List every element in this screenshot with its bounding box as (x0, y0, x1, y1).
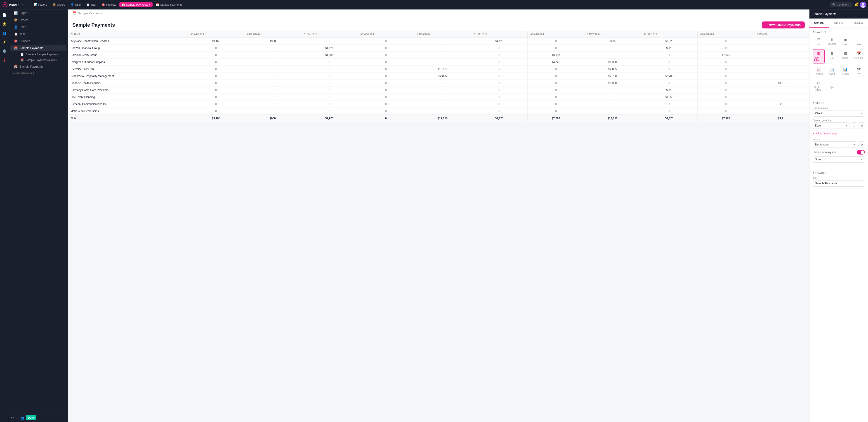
cell-8-6[interactable]: 0 (528, 94, 584, 101)
cell-9-7[interactable]: 0 (584, 101, 641, 108)
cell-10-2[interactable]: 0 (301, 108, 358, 115)
cell-7-2[interactable]: 0 (301, 87, 358, 94)
cell-7-9[interactable]: 0 (698, 87, 754, 94)
cell-7-1[interactable]: 0 (244, 87, 301, 94)
add-subgroup-btn[interactable]: + + Add a subgroup (813, 131, 865, 136)
sidebar-sub-item-clone[interactable]: 📅 Sample Payments (clone) (19, 57, 66, 63)
layout-calendar[interactable]: 📅 Calendar (853, 49, 865, 63)
cell-6-0[interactable]: 0 (188, 80, 244, 87)
sidebar-item-user[interactable]: 👤 User (10, 24, 66, 30)
cell-6-1[interactable]: 0 (244, 80, 301, 87)
layout-rows[interactable]: ☰ Rows (813, 36, 825, 47)
cell-9-5[interactable]: 0 (471, 101, 528, 108)
cell-9-1[interactable]: 0 (244, 101, 301, 108)
cell-7-10[interactable] (754, 87, 809, 94)
cell-0-9[interactable]: 0 (698, 38, 754, 45)
cell-6-7[interactable]: $6,300 (584, 80, 641, 87)
cell-8-3[interactable]: 0 (358, 94, 414, 101)
cell-8-5[interactable]: 0 (471, 94, 528, 101)
sort-asc-btn[interactable]: ↑↓ (851, 123, 857, 129)
cell-8-0[interactable]: 0 (188, 94, 244, 101)
col-client[interactable]: CLIENT (68, 31, 188, 38)
cell-3-9[interactable]: 0 (698, 59, 754, 66)
cell-1-4[interactable]: 0 (414, 45, 471, 52)
cell-10-0[interactable]: 0 (188, 108, 244, 115)
layout-board[interactable]: ⊟ Board (839, 49, 851, 63)
cell-5-4[interactable]: $2,025 (414, 73, 471, 80)
sidebar-icon-pages[interactable]: 📄 (2, 12, 7, 18)
cell-8-9[interactable]: 0 (698, 94, 754, 101)
cell-0-6[interactable]: 0 (528, 38, 584, 45)
cell-2-0[interactable]: 0 (188, 52, 244, 59)
cell-0-8[interactable]: $3,825 (641, 38, 698, 45)
cell-3-2[interactable]: 0 (301, 59, 358, 66)
user-avatar[interactable] (860, 2, 866, 8)
cell-3-5[interactable]: 0 (471, 59, 528, 66)
layout-charts[interactable]: 📊 Charts (839, 65, 851, 77)
cell-7-7[interactable]: 0 (584, 87, 641, 94)
cell-4-2[interactable]: 0 (301, 66, 358, 73)
cell-5-3[interactable]: 0 (358, 73, 414, 80)
cell-5-2[interactable]: 0 (301, 73, 358, 80)
nav-tab-orders[interactable]: 📦 Orders (50, 2, 68, 7)
cell-8-4[interactable]: 0 (414, 94, 471, 101)
layout-cards[interactable]: ⊞ Cards (839, 36, 851, 47)
panel-tab-visibility[interactable]: Visibility (848, 19, 868, 28)
cell-6-5[interactable]: 0 (471, 80, 528, 87)
search-bar[interactable]: 🔍 Jump to... (830, 2, 852, 7)
cell-3-6[interactable]: $4,725 (528, 59, 584, 66)
cell-0-10[interactable] (754, 38, 809, 45)
panel-tab-general[interactable]: General (809, 19, 829, 28)
cell-5-1[interactable]: 0 (244, 73, 301, 80)
cell-1-2[interactable]: $1,125 (301, 45, 358, 52)
cell-2-8[interactable]: 0 (641, 52, 698, 59)
cell-1-1[interactable]: 0 (244, 45, 301, 52)
sidebar-item-sample-payments[interactable]: 📅 Sample Payments ▾ (10, 45, 66, 51)
cell-10-8[interactable]: 0 (641, 108, 698, 115)
cell-client[interactable]: Harmony Home Care Providers (68, 87, 188, 94)
cell-7-6[interactable]: 0 (528, 87, 584, 94)
cell-8-2[interactable]: 0 (301, 94, 358, 101)
show-summary-toggle[interactable] (857, 150, 865, 155)
cell-5-6[interactable]: 0 (528, 73, 584, 80)
cell-1-0[interactable]: 0 (188, 45, 244, 52)
cell-1-10[interactable] (754, 45, 809, 52)
cell-10-4[interactable]: 0 (414, 108, 471, 115)
cell-3-8[interactable]: 0 (641, 59, 698, 66)
cell-4-6[interactable]: 0 (528, 66, 584, 73)
panel-tab-options[interactable]: Options (829, 19, 848, 28)
sidebar-icon-users[interactable]: 👥 (2, 30, 7, 36)
cell-4-4[interactable]: $10,125 (414, 66, 471, 73)
cell-9-8[interactable]: 0 (641, 101, 698, 108)
layout-columns[interactable]: ⫴ Columns (826, 36, 838, 47)
cell-6-10[interactable]: $3,3... (754, 80, 809, 87)
values-select[interactable]: Net Amount (813, 141, 857, 148)
cell-client[interactable]: GrandView Hospitality Management (68, 73, 188, 80)
col-date-6[interactable]: 08/07/2024 (528, 31, 584, 38)
cell-8-1[interactable]: 0 (244, 94, 301, 101)
cell-client[interactable]: Elite Event Planning (68, 94, 188, 101)
cell-2-7[interactable]: 0 (584, 52, 641, 59)
col-date-4[interactable]: 24/06/2024 (414, 31, 471, 38)
sidebar-icon-question[interactable]: ❓ (2, 57, 7, 63)
cell-2-3[interactable]: 0 (358, 52, 414, 59)
cell-3-1[interactable]: 0 (244, 59, 301, 66)
cell-3-3[interactable]: 0 (358, 59, 414, 66)
layout-timeline[interactable]: 📈 Timeline (813, 65, 825, 77)
cell-10-9[interactable]: 0 (698, 108, 754, 115)
col-date-3[interactable]: 03/06/2024 (358, 31, 414, 38)
cell-3-10[interactable] (754, 59, 809, 66)
data-table-container[interactable]: CLIENT 01/01/2024 04/03/2024 01/04/2024 … (68, 31, 809, 122)
cell-9-3[interactable]: 0 (358, 101, 414, 108)
cell-client[interactable]: Keystone Construction Services (68, 38, 188, 45)
notification-bell[interactable]: 🔔 (855, 3, 858, 6)
cell-1-7[interactable]: 0 (584, 45, 641, 52)
cell-client[interactable]: Crescent Communications Inc. (68, 101, 188, 108)
nav-tab-task[interactable]: 📋 Task (84, 2, 99, 7)
summary-type-select[interactable]: Sum (813, 156, 865, 163)
sidebar-item-orders[interactable]: 📦 Orders (10, 17, 66, 23)
cell-1-3[interactable]: 0 (358, 45, 414, 52)
cell-8-8[interactable]: $1,350 (641, 94, 698, 101)
sidebar-item-page1[interactable]: 📊 Page 1 (10, 10, 66, 16)
cell-4-9[interactable]: 0 (698, 66, 754, 73)
